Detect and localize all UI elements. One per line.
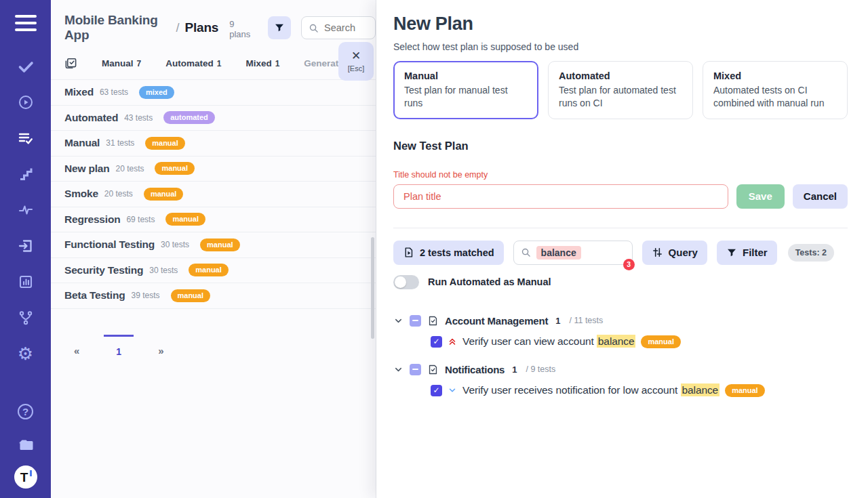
form-heading: New Test Plan: [393, 140, 848, 152]
suite-selected-count: 1: [555, 316, 560, 326]
menu-hamburger-icon[interactable]: [15, 15, 37, 31]
plan-type-badge: manual: [200, 238, 240, 251]
plan-type-badge: automated: [163, 111, 215, 124]
document-check-icon: [427, 315, 439, 327]
plan-row-regression[interactable]: Regression 69 tests manual: [51, 207, 376, 233]
suite-account-management: Account Management 1 / 11 tests ✓ Verify…: [393, 315, 848, 348]
sliders-icon: [652, 247, 663, 258]
steps-stairs-icon[interactable]: [16, 165, 35, 184]
cancel-button[interactable]: Cancel: [793, 184, 848, 209]
breadcrumb-project[interactable]: Mobile Banking App: [64, 13, 170, 43]
plan-row-functional-testing[interactable]: Functional Testing 30 tests manual: [51, 232, 376, 258]
test-row: ✓ Verify user can view account balance m…: [431, 335, 848, 348]
test-plans-list-check-icon[interactable]: [16, 129, 35, 148]
pagination-prev-button[interactable]: «: [70, 335, 83, 359]
pagination-page-1[interactable]: 1: [104, 335, 134, 360]
plans-search-field[interactable]: [324, 22, 365, 33]
plan-row-mixed[interactable]: Mixed 63 tests mixed: [51, 80, 376, 106]
plan-type-cards: Manual Test plan for manual test runs Au…: [393, 61, 848, 119]
search-highlight: balance: [597, 335, 636, 348]
close-panel-button[interactable]: ✕ [Esc]: [338, 42, 374, 81]
suite-total-count: / 11 tests: [570, 316, 604, 325]
plans-header: Mobile Banking App / Plans 9 plans: [51, 0, 376, 39]
query-button[interactable]: Query: [642, 241, 707, 265]
tab-mixed[interactable]: Mixed1: [245, 58, 279, 68]
import-login-icon[interactable]: [16, 236, 35, 255]
suite-checkbox-indeterminate[interactable]: [410, 364, 421, 375]
settings-gear-icon[interactable]: ⚙: [16, 344, 35, 363]
pagination: « 1 »: [70, 335, 376, 360]
tab-manual[interactable]: Manual7: [102, 58, 141, 68]
help-icon[interactable]: ?: [16, 402, 35, 421]
pagination-next-button[interactable]: »: [154, 335, 167, 359]
test-checkbox-checked[interactable]: ✓: [431, 336, 442, 348]
test-checkbox-checked[interactable]: ✓: [431, 385, 442, 396]
search-highlight: balance: [681, 383, 720, 396]
priority-low-icon: [448, 386, 457, 395]
tests-check-icon[interactable]: [16, 57, 35, 76]
plan-type-badge: manual: [165, 213, 205, 226]
plans-scrollbar-thumb[interactable]: [371, 237, 374, 339]
search-count-badge: 3: [623, 259, 635, 270]
test-type-badge: manual: [725, 384, 765, 397]
breadcrumb-page: Plans: [185, 20, 219, 35]
plans-filter-button[interactable]: [268, 16, 291, 39]
title-error-message: Title should not be empty: [393, 170, 848, 180]
priority-high-icon: [448, 337, 457, 346]
plan-type-badge: manual: [189, 264, 229, 276]
chevron-down-icon[interactable]: [393, 365, 403, 375]
plan-row-automated[interactable]: Automated 43 tests automated: [51, 106, 376, 131]
plans-search-input[interactable]: [301, 16, 376, 39]
tests-matched-button[interactable]: 2 tests matched: [393, 241, 504, 265]
funnel-icon: [274, 22, 285, 33]
pulse-activity-icon[interactable]: [16, 201, 35, 220]
suite-checkbox-indeterminate[interactable]: [410, 315, 421, 327]
test-title[interactable]: Verify user receives notification for lo…: [462, 384, 719, 396]
plan-row-manual[interactable]: Manual 31 tests manual: [51, 131, 376, 157]
plan-row-security-testing[interactable]: Security Testing 30 tests manual: [51, 258, 376, 284]
type-card-automated[interactable]: Automated Test plan for automated test r…: [548, 61, 693, 119]
plan-type-tabs: Manual7 Automated1 Mixed1 Generated: [51, 39, 376, 79]
chevron-down-icon[interactable]: [393, 316, 403, 326]
projects-folder-icon[interactable]: [16, 436, 35, 455]
toggle-label: Run Automated as Manual: [428, 276, 551, 287]
type-card-manual[interactable]: Manual Test plan for manual test runs: [393, 61, 538, 119]
filter-button[interactable]: Filter: [717, 241, 777, 265]
tests-count-badge: Tests: 2: [788, 244, 834, 262]
plan-type-badge: manual: [155, 162, 195, 175]
app-window: ⚙ ? T Mobile Banking App / Plans 9 plans: [0, 0, 868, 498]
document-check-icon: [427, 364, 439, 375]
tab-automated[interactable]: Automated1: [165, 58, 221, 68]
plan-title-input[interactable]: [393, 184, 728, 209]
plan-type-badge: manual: [144, 188, 184, 201]
select-all-plans-icon[interactable]: [64, 57, 77, 70]
plan-type-badge: manual: [145, 137, 185, 150]
test-type-badge: manual: [641, 335, 681, 348]
plan-list: Mixed 63 tests mixed Automated 43 tests …: [51, 79, 376, 309]
type-card-mixed[interactable]: Mixed Automated tests on CI combined wit…: [703, 61, 848, 119]
plan-type-badge: mixed: [139, 86, 174, 99]
breadcrumb-separator: /: [176, 21, 179, 35]
branch-git-icon[interactable]: [16, 308, 35, 327]
plan-row-smoke[interactable]: Smoke 20 tests manual: [51, 182, 376, 207]
analytics-chart-icon[interactable]: [16, 272, 35, 291]
runs-play-circle-icon[interactable]: [16, 93, 35, 112]
tests-toolbar: 2 tests matched balance 3 Query Filter T…: [393, 241, 848, 265]
plan-row-beta-testing[interactable]: Beta Testing 39 tests manual: [51, 283, 376, 309]
tests-search-input[interactable]: balance 3: [513, 241, 633, 265]
app-logo[interactable]: T: [14, 465, 37, 489]
suite-name[interactable]: Notifications: [445, 364, 505, 375]
save-button[interactable]: Save: [736, 184, 785, 209]
suite-total-count: / 9 tests: [526, 365, 555, 374]
test-title[interactable]: Verify user can view account balance: [462, 335, 635, 348]
run-automated-toggle[interactable]: [393, 275, 419, 289]
plan-row-new-plan[interactable]: New plan 20 tests manual: [51, 157, 376, 182]
plans-count: 9 plans: [229, 19, 254, 39]
suite-notifications: Notifications 1 / 9 tests ✓ Verify user …: [393, 364, 848, 397]
sidebar: ⚙ ? T: [0, 0, 51, 498]
plan-type-badge: manual: [171, 289, 211, 302]
test-row: ✓ Verify user receives notification for …: [431, 384, 848, 397]
search-icon: [521, 247, 531, 257]
suite-name[interactable]: Account Management: [445, 315, 548, 327]
search-icon: [309, 23, 319, 33]
